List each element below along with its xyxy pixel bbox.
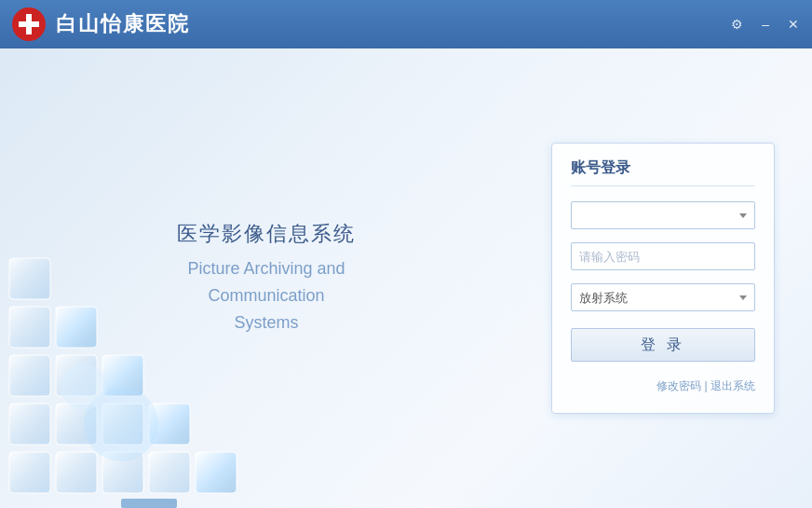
settings-button[interactable]: ⚙ xyxy=(727,15,747,34)
app-title: 白山怡康医院 xyxy=(56,10,190,38)
chinese-title: 医学影像信息系统 xyxy=(177,220,356,248)
password-input[interactable] xyxy=(571,242,755,270)
login-button[interactable]: 登 录 xyxy=(571,328,755,362)
left-content: 医学影像信息系统 Picture Archiving and Communica… xyxy=(0,48,551,508)
change-password-link[interactable]: 修改密码 xyxy=(656,379,701,392)
exit-system-link[interactable]: 退出系统 xyxy=(710,379,755,392)
login-panel-title: 账号登录 xyxy=(571,158,755,186)
logo-icon xyxy=(11,7,47,42)
username-field: admin user1 xyxy=(571,201,755,229)
separator: | xyxy=(705,379,708,392)
titlebar: 白山怡康医院 ⚙ – ✕ xyxy=(0,0,812,48)
english-line1: Picture Archiving and xyxy=(187,259,345,278)
username-select[interactable]: admin user1 xyxy=(571,201,755,229)
window-controls: ⚙ – ✕ xyxy=(727,15,803,34)
english-line2: Communication xyxy=(208,286,324,305)
english-subtitle: Picture Archiving and Communication Syst… xyxy=(187,255,345,336)
minimize-button[interactable]: – xyxy=(758,15,773,34)
login-panel: 账号登录 admin user1 放射系统 超声系统 内镜系统 登 录 修改密码 xyxy=(551,143,775,414)
svg-rect-2 xyxy=(26,14,32,34)
english-line3: Systems xyxy=(234,313,298,332)
system-select[interactable]: 放射系统 超声系统 内镜系统 xyxy=(571,283,755,311)
password-field xyxy=(571,242,755,270)
close-button[interactable]: ✕ xyxy=(784,15,803,34)
main-content: 医学影像信息系统 Picture Archiving and Communica… xyxy=(0,48,812,508)
system-field: 放射系统 超声系统 内镜系统 xyxy=(571,283,755,311)
footer-links: 修改密码 | 退出系统 xyxy=(571,378,755,394)
